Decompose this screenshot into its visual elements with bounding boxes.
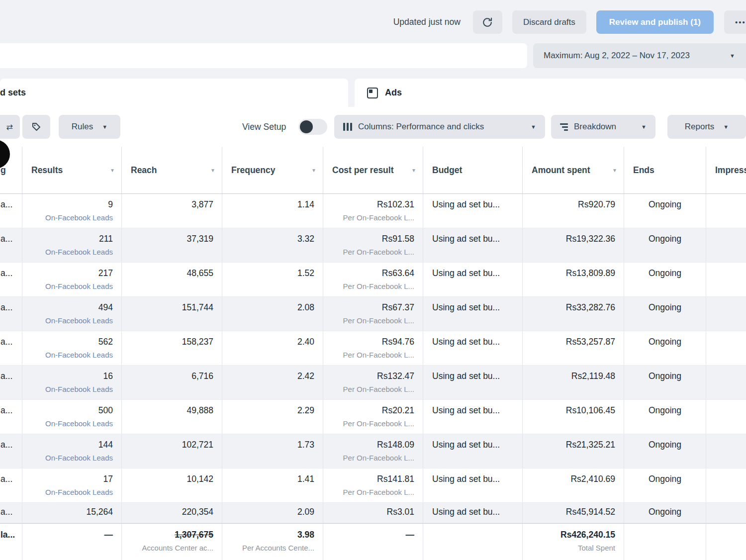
row-name-cell: a... xyxy=(0,263,22,296)
table-row[interactable]: a...562On-Facebook Leads158,2372.40Rs94.… xyxy=(0,331,746,366)
table-row[interactable]: a...15,264220,3542.09Rs3.01Using ad set … xyxy=(0,503,746,523)
result-type-link[interactable]: On-Facebook Leads xyxy=(45,210,113,225)
result-type-link[interactable]: On-Facebook Leads xyxy=(45,313,113,328)
sort-caret-icon[interactable]: ▼ xyxy=(308,168,316,173)
breakdown-button[interactable]: Breakdown ▼ xyxy=(551,115,655,139)
sort-caret-icon[interactable]: ▼ xyxy=(609,168,617,173)
amount-spent-cell: Rs920.79 xyxy=(523,194,624,228)
tag-button[interactable] xyxy=(22,115,50,139)
row-name-cell: a... xyxy=(0,366,22,399)
chevron-down-icon: ▼ xyxy=(531,124,536,130)
result-type-link[interactable]: On-Facebook Leads xyxy=(45,416,113,431)
ends-cell: Ongoing xyxy=(624,331,706,365)
refresh-button[interactable] xyxy=(473,10,502,34)
row-name-cell: a... xyxy=(0,468,22,502)
table-row[interactable]: a...144On-Facebook Leads102,7211.73Rs148… xyxy=(0,434,746,468)
row-name-cell: a... xyxy=(0,331,22,365)
column-header-freq[interactable]: Frequency▼ xyxy=(222,147,323,193)
result-type-link[interactable]: On-Facebook Leads xyxy=(45,279,113,293)
sort-caret-icon[interactable]: ▼ xyxy=(207,168,215,173)
column-label: Ends xyxy=(633,165,654,176)
frequency-cell: 2.42 xyxy=(222,366,323,399)
ads-icon xyxy=(367,88,378,98)
chevron-down-icon: ▼ xyxy=(723,124,729,130)
column-label: Frequency xyxy=(231,165,276,176)
cost-per-result-cell: Rs91.58Per On-Facebook L... xyxy=(323,228,423,262)
view-setup-toggle[interactable] xyxy=(298,119,327,135)
chevron-down-icon: ▼ xyxy=(641,124,647,130)
column-label: Reach xyxy=(131,165,157,176)
discard-drafts-button[interactable]: Discard drafts xyxy=(512,10,586,34)
column-label: Impressi xyxy=(715,165,746,176)
result-type-link[interactable]: On-Facebook Leads xyxy=(45,245,113,259)
results-cell: 494On-Facebook Leads xyxy=(22,297,122,331)
columns-button[interactable]: Columns: Performance and clicks ▼ xyxy=(334,115,545,139)
date-range-label: Maximum: Aug 2, 2022 – Nov 17, 2023 xyxy=(544,51,690,61)
ends-cell: Ongoing xyxy=(624,263,706,296)
tab-ad-sets-label: d sets xyxy=(0,88,26,98)
reach-cell: 49,888 xyxy=(122,400,222,434)
top-area: Updated just now Discard drafts Review a… xyxy=(0,0,746,107)
frequency-cell: 3.32 xyxy=(222,228,323,262)
table-row[interactable]: a...211On-Facebook Leads37,3193.32Rs91.5… xyxy=(0,228,746,263)
column-header-cost[interactable]: Cost per result▼ xyxy=(323,147,423,193)
more-dots-icon: ••• xyxy=(735,18,746,26)
total-ends-cell xyxy=(624,524,706,560)
table-row[interactable]: a...494On-Facebook Leads151,7442.08Rs67.… xyxy=(0,297,746,331)
column-label: Cost per result xyxy=(332,165,394,176)
budget-cell: Using ad set bu... xyxy=(423,434,523,468)
result-type-link[interactable]: On-Facebook Leads xyxy=(45,382,113,396)
table-row[interactable]: a...9On-Facebook Leads3,8771.14Rs102.31P… xyxy=(0,194,746,228)
table-row[interactable]: a...16On-Facebook Leads6,7162.42Rs132.47… xyxy=(0,366,746,400)
budget-cell: Using ad set bu... xyxy=(423,228,523,262)
amount-spent-cell: Rs13,809.89 xyxy=(523,263,624,296)
impressions-cell xyxy=(706,468,746,502)
column-header-reach[interactable]: Reach▼ xyxy=(122,147,222,193)
ads-manager-page: Updated just now Discard drafts Review a… xyxy=(0,0,746,560)
budget-cell: Using ad set bu... xyxy=(423,400,523,434)
ends-cell: Ongoing xyxy=(624,297,706,331)
result-type-link[interactable]: On-Facebook Leads xyxy=(45,485,113,499)
rules-button[interactable]: Rules ▼ xyxy=(59,115,120,139)
breakdown-icon xyxy=(560,123,568,131)
result-type-link[interactable]: On-Facebook Leads xyxy=(45,348,113,362)
column-header-results[interactable]: Results▼ xyxy=(22,147,122,193)
date-range-selector[interactable]: Maximum: Aug 2, 2022 – Nov 17, 2023 ▼ xyxy=(533,43,746,68)
tab-ad-sets[interactable]: d sets xyxy=(0,79,348,107)
amount-spent-cell: Rs21,325.21 xyxy=(523,434,624,468)
frequency-cell: 2.40 xyxy=(222,331,323,365)
column-header-impr[interactable]: Impressi xyxy=(706,147,746,193)
ends-cell: Ongoing xyxy=(624,468,706,502)
review-publish-button[interactable]: Review and publish (1) xyxy=(596,10,714,34)
result-type-link[interactable]: On-Facebook Leads xyxy=(45,451,113,465)
tab-ads[interactable]: Ads xyxy=(355,79,746,107)
more-options-button[interactable]: ••• xyxy=(724,10,746,34)
frequency-cell: 1.41 xyxy=(222,468,323,502)
table-row[interactable]: a...17On-Facebook Leads10,1421.41Rs141.8… xyxy=(0,468,746,503)
sort-caret-icon[interactable]: ▼ xyxy=(408,168,416,173)
budget-cell: Using ad set bu... xyxy=(423,194,523,228)
cost-per-result-cell: Rs102.31Per On-Facebook L... xyxy=(323,194,423,228)
frequency-cell: 2.09 xyxy=(222,503,323,523)
table-row[interactable]: a...217On-Facebook Leads48,6551.52Rs63.6… xyxy=(0,263,746,297)
reports-button[interactable]: Reports ▼ xyxy=(667,115,746,139)
sort-caret-icon[interactable]: ▼ xyxy=(107,168,115,173)
impressions-cell xyxy=(706,297,746,331)
columns-icon xyxy=(343,123,352,131)
columns-label: Columns: Performance and clicks xyxy=(358,122,484,132)
column-header-ends[interactable]: Ends xyxy=(624,147,706,193)
ends-cell: Ongoing xyxy=(624,228,706,262)
reach-cell: 37,319 xyxy=(122,228,222,262)
edit-tools-button[interactable]: ⇄ xyxy=(0,115,20,139)
budget-cell: Using ad set bu... xyxy=(423,468,523,502)
search-input[interactable] xyxy=(0,43,527,68)
top-action-bar: Updated just now Discard drafts Review a… xyxy=(0,10,746,34)
table-row[interactable]: a...500On-Facebook Leads49,8882.29Rs20.2… xyxy=(0,400,746,434)
column-header-budget[interactable]: Budget xyxy=(423,147,523,193)
budget-cell: Using ad set bu... xyxy=(423,503,523,523)
impressions-cell xyxy=(706,400,746,434)
results-cell: 17On-Facebook Leads xyxy=(22,468,122,502)
column-header-spent[interactable]: Amount spent▼ xyxy=(523,147,624,193)
level-tabs: d sets Ads xyxy=(0,79,746,107)
refresh-icon xyxy=(482,17,493,28)
